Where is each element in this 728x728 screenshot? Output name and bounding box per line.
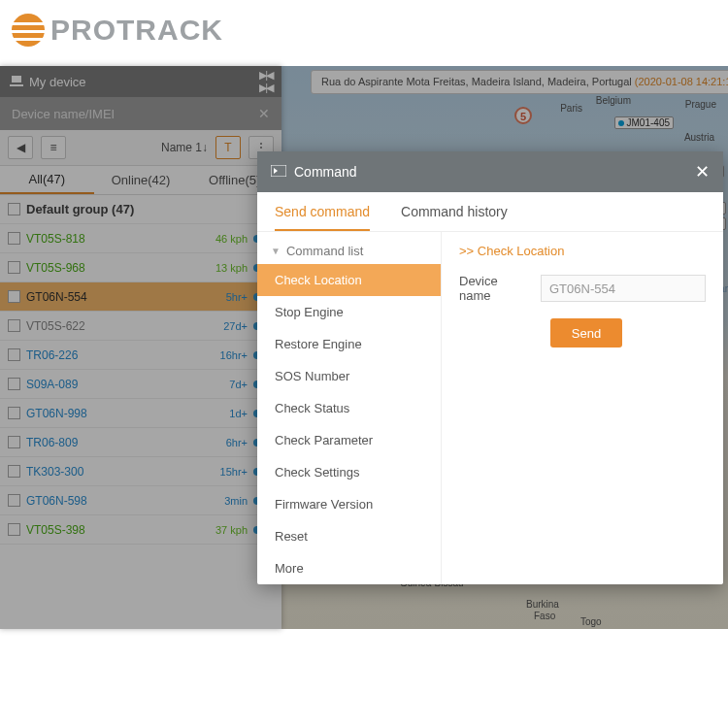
command-item[interactable]: Firmware Version [257, 488, 441, 520]
command-list-header[interactable]: ▼ Command list [257, 238, 441, 264]
command-item[interactable]: Restore Engine [257, 328, 441, 360]
command-list-column: ▼ Command list Check LocationStop Engine… [257, 232, 442, 584]
logo-text: PROTRACK [50, 14, 223, 47]
device-name-input[interactable] [541, 275, 706, 302]
modal-header: Command ✕ [257, 151, 723, 192]
close-icon[interactable]: ✕ [695, 161, 710, 182]
command-item[interactable]: Stop Engine [257, 296, 441, 328]
command-icon [271, 164, 286, 180]
chevron-down-icon: ▼ [271, 246, 281, 256]
command-item[interactable]: More [257, 552, 441, 584]
app-header: PROTRACK [0, 0, 728, 66]
command-item[interactable]: Check Settings [257, 456, 441, 488]
command-item[interactable]: Check Parameter [257, 424, 441, 456]
logo: PROTRACK [12, 14, 716, 47]
modal-tabs: Send command Command history [257, 192, 723, 232]
device-name-label: Device name [459, 274, 527, 303]
command-item[interactable]: Check Status [257, 392, 441, 424]
svg-rect-0 [271, 165, 286, 177]
form-title: >> Check Location [459, 244, 706, 258]
logo-mark-icon [12, 14, 45, 47]
command-modal: Command ✕ Send command Command history ▼… [257, 151, 723, 584]
command-form: >> Check Location Device name Send [442, 232, 723, 584]
command-item[interactable]: Check Location [257, 264, 441, 296]
tab-command-history[interactable]: Command history [401, 204, 508, 231]
tab-send-command[interactable]: Send command [275, 204, 370, 231]
modal-title: Command [294, 164, 357, 180]
command-item[interactable]: Reset [257, 520, 441, 552]
send-button[interactable]: Send [550, 318, 622, 347]
command-item[interactable]: SOS Number [257, 360, 441, 392]
